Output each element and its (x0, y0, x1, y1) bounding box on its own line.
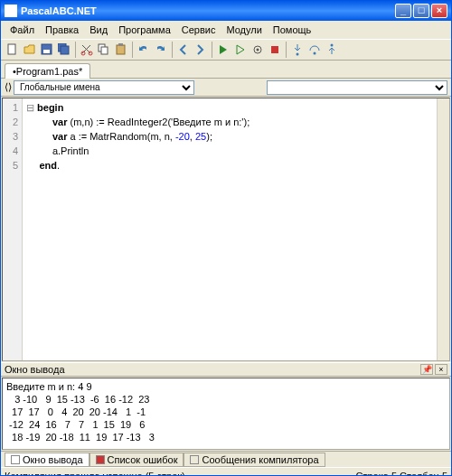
cut-button[interactable] (79, 42, 95, 58)
svg-point-14 (297, 53, 299, 56)
undo-icon (137, 43, 150, 56)
stop-button[interactable] (267, 42, 283, 58)
new-file-button[interactable] (5, 42, 21, 58)
svg-rect-9 (117, 45, 125, 54)
step-into-button[interactable] (289, 42, 306, 58)
gear-icon (251, 43, 264, 56)
editor-tabbar: •Program1.pas* (1, 61, 451, 79)
step-out-icon (325, 43, 338, 56)
undo-button[interactable] (136, 42, 152, 58)
tab-errors[interactable]: Список ошибок (89, 453, 184, 467)
close-button[interactable]: × (431, 4, 447, 18)
save-all-button[interactable] (56, 42, 72, 58)
menu-view[interactable]: Вид (84, 23, 113, 37)
open-button[interactable] (22, 42, 38, 58)
line-num: 5 (3, 158, 18, 173)
step-out-button[interactable] (324, 42, 340, 58)
output-line: -12 24 16 7 7 1 15 19 6 (6, 419, 146, 430)
step-over-button[interactable] (306, 42, 323, 58)
output-line: 17 17 0 4 20 20 -14 1 -1 (6, 406, 146, 417)
save-icon (41, 43, 53, 56)
copy-button[interactable] (96, 42, 112, 58)
output-caption: Окно вывода 📌 × (1, 362, 451, 377)
maximize-button[interactable]: □ (413, 4, 429, 18)
menu-help[interactable]: Помощь (268, 23, 317, 37)
paste-icon (115, 43, 127, 56)
step-over-icon (308, 43, 321, 56)
run-no-debug-button[interactable] (232, 42, 249, 58)
minimize-button[interactable]: _ (395, 4, 411, 18)
svg-point-15 (314, 52, 316, 55)
svg-rect-4 (61, 46, 69, 54)
vscrollbar[interactable] (437, 98, 449, 360)
scope-dropdown[interactable]: Глобальные имена (14, 80, 194, 95)
status-position: Строка 5 Столбец 5 (355, 471, 447, 477)
pin-button[interactable]: 📌 (420, 364, 433, 375)
cut-icon (80, 43, 93, 56)
compile-button[interactable] (250, 42, 266, 58)
svg-rect-2 (43, 50, 50, 53)
app-icon (5, 5, 17, 17)
save-button[interactable] (39, 42, 55, 58)
tab-output[interactable]: Окно вывода (5, 453, 89, 467)
nav-fwd-button[interactable] (193, 42, 209, 58)
menu-file[interactable]: Файл (5, 23, 40, 37)
new-file-icon (6, 43, 19, 56)
code-editor[interactable]: 1 2 3 4 5 ⊟ begin var (m,n) := ReadInteg… (2, 98, 450, 361)
code-area[interactable]: ⊟ begin var (m,n) := ReadInteger2('Введи… (23, 98, 449, 360)
menu-modules[interactable]: Модули (221, 23, 267, 37)
error-tab-icon (96, 455, 105, 464)
arrow-right-icon (194, 43, 207, 56)
line-num: 3 (3, 129, 18, 144)
output-line: Введите m и n: 4 9 (6, 381, 92, 392)
svg-point-12 (257, 49, 259, 51)
msg-tab-icon (190, 455, 199, 464)
output-line: 3 -10 9 15 -13 -6 16 -12 23 (6, 394, 149, 405)
svg-point-16 (331, 44, 334, 47)
line-num: 4 (3, 144, 18, 158)
redo-icon (155, 43, 167, 56)
line-num: 1 (3, 100, 18, 115)
line-num: 2 (3, 115, 18, 129)
menu-edit[interactable]: Правка (40, 23, 84, 37)
menu-service[interactable]: Сервис (176, 23, 221, 37)
step-into-icon (291, 43, 304, 56)
svg-rect-8 (101, 47, 108, 54)
stop-icon (268, 43, 281, 56)
svg-rect-13 (271, 46, 278, 53)
run-button[interactable] (215, 42, 231, 58)
paste-button[interactable] (113, 42, 129, 58)
output-line: 18 -19 20 -18 11 19 17 -13 3 (6, 432, 155, 443)
redo-button[interactable] (153, 42, 169, 58)
svg-rect-10 (118, 43, 123, 46)
members-dropdown[interactable] (267, 80, 447, 95)
statusbar: Компиляция прошла успешно (5 строк) Стро… (1, 467, 451, 476)
menubar: Файл Правка Вид Программа Сервис Модули … (1, 21, 451, 39)
tab-program1[interactable]: •Program1.pas* (5, 63, 90, 79)
tab-messages[interactable]: Сообщения компилятора (184, 453, 325, 467)
open-icon (24, 43, 36, 56)
line-gutter: 1 2 3 4 5 (3, 98, 23, 360)
window-title: PascalABC.NET (21, 5, 395, 16)
copy-icon (98, 43, 110, 56)
toolbar (1, 39, 451, 61)
output-panel[interactable]: Введите m и n: 4 9 3 -10 9 15 -13 -6 16 … (2, 378, 450, 450)
nav-row: ⟨⟩ Глобальные имена (1, 79, 451, 97)
arrow-left-icon (177, 43, 190, 56)
output-tab-icon (11, 455, 20, 464)
menu-program[interactable]: Программа (113, 23, 176, 37)
nav-back-button[interactable] (175, 42, 192, 58)
close-output-button[interactable]: × (435, 364, 447, 375)
status-message: Компиляция прошла успешно (5 строк) (5, 471, 185, 477)
nav-icon: ⟨⟩ (5, 81, 12, 93)
output-tabs: Окно вывода Список ошибок Сообщения комп… (1, 451, 451, 467)
output-title: Окно вывода (5, 364, 65, 375)
play-outline-icon (234, 43, 247, 56)
save-all-icon (58, 43, 71, 56)
svg-rect-0 (8, 44, 15, 54)
play-icon (217, 43, 230, 56)
